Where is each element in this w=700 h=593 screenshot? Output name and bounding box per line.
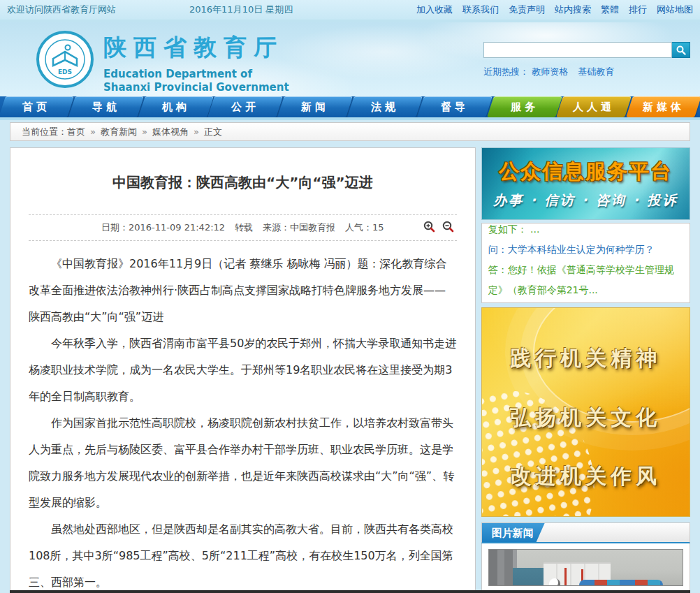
nav-tab-organization[interactable]: 机构 [138,96,214,117]
breadcrumb: 当前位置： 首页 » 教育新闻 » 媒体视角 » 正文 [10,122,690,141]
welcome-text: 欢迎访问陕西省教育厅网站 [7,3,116,16]
logo-seal-icon: EDS [36,31,94,88]
hot-term-teacher-cert[interactable]: 教师资格 [532,66,568,77]
qa-ticker-panel: 复如下： ... 问：大学本科结业生认定为何种学历？ 答：您好！依据《普通高等学… [481,223,690,303]
photo-news-header: 图片新闻 [481,522,690,543]
article-body: 《中国教育报》2016年11月9日（记者 蔡继乐 杨咏梅 冯丽）题：深化教育综合… [29,251,457,592]
nav-tab-services[interactable]: 服务 [487,96,562,117]
nav-tab-supervision[interactable]: 督导 [417,96,493,117]
breadcrumb-home[interactable]: 首页 [67,126,85,138]
nav-tab-navigation[interactable]: 导航 [68,96,144,117]
public-info-service-banner[interactable]: 公众信息服务平台 办事 · 信访 · 咨询 · 投诉 [481,147,690,220]
breadcrumb-current: 正文 [204,126,222,138]
site-header: EDS 陕西省教育厅 Education Department of Shaan… [0,22,700,96]
article-paragraph: 今年秋季入学，陕西省渭南市富平县50岁的农民于郑州，怀揣大学录取通知书走进杨凌职… [29,330,457,410]
link-ranking[interactable]: 排行 [629,3,647,16]
nav-tab-regulations[interactable]: 法规 [347,96,423,117]
photo-soccer-ball [549,578,560,586]
link-contact-us[interactable]: 联系我们 [462,3,499,16]
department-seal-logo: EDS [36,31,94,88]
nav-tab-renrentong[interactable]: 人人通 [557,96,632,117]
article-paragraph: 《中国教育报》2016年11月9日（记者 蔡继乐 杨咏梅 冯丽）题：深化教育综合… [29,251,457,330]
utility-links: 加入收藏 联系我们 免责声明 站内搜索 繁體 排行 网站地图 [416,3,693,16]
article-source: 中国教育报 [290,222,335,233]
nav-tab-new-media[interactable]: 新媒体 [626,96,700,117]
photo-teal-building [513,568,544,586]
nav-tab-disclosure[interactable]: 公开 [208,96,284,117]
banner-line: 弘扬机关文化 [482,404,690,432]
current-date: 2016年11月10日 星期四 [189,3,293,16]
hot-term-basic-education[interactable]: 基础教育 [578,66,614,77]
nav-underline-strip [0,117,700,120]
breadcrumb-media-view[interactable]: 媒体视角 [152,126,189,138]
search-box [483,42,690,58]
search-button[interactable] [672,42,690,58]
photo-news-body [481,543,690,592]
link-traditional-chinese[interactable]: 繁體 [601,3,619,16]
link-disclaimer[interactable]: 免责声明 [509,3,545,16]
banner-line: 践行机关精神 [482,344,690,373]
breadcrumb-prefix: 当前位置： [22,126,67,138]
nav-tab-news[interactable]: 新闻 [277,96,353,117]
zoom-out-icon[interactable] [442,221,454,233]
nav-tab-home[interactable]: 首页 [0,96,74,117]
svg-text:EDS: EDS [58,68,72,75]
zoom-in-icon[interactable] [423,221,435,233]
link-site-search[interactable]: 站内搜索 [555,3,591,16]
photo-news-tab[interactable]: 图片新闻 [482,523,545,542]
site-title-en: Education Department of Shaanxi Provinci… [103,68,289,94]
main-content: 中国教育报：陕西高教由“大”向“强”迈进 日期：2016-11-09 21:42… [10,147,690,592]
search-input[interactable] [483,42,672,58]
article-title: 中国教育报：陕西高教由“大”向“强”迈进 [29,173,457,192]
banner-line: 改进机关作风 [482,462,690,491]
top-utility-bar: 欢迎访问陕西省教育厅网站 2016年11月10日 星期四 加入收藏 联系我们 免… [0,0,700,20]
article-meta: 日期：2016-11-09 21:42:12转载来源：中国教育报人气：15 [29,214,457,241]
qa-item[interactable]: 问：大学本科结业生认定为何种学历？ [488,240,683,260]
hot-search-label: 近期热搜： [483,66,529,77]
search-icon [676,45,686,55]
main-navigation: 首页 导航 机构 公开 新闻 法规 督导 服务 人人通 新媒体 [0,96,700,117]
photo-news-image[interactable] [488,549,683,586]
banner-title: 公众信息服务平台 [499,158,672,186]
font-zoom-controls [423,221,454,233]
article-views: 15 [372,222,384,233]
hot-search-row: 近期热搜： 教师资格 基础教育 [483,66,690,78]
agency-spirit-banner[interactable]: 践行机关精神 弘扬机关文化 改进机关作风 [481,307,690,517]
photo-color-arches [579,580,663,586]
link-sitemap[interactable]: 网站地图 [657,3,693,16]
bottom-edge-band [10,590,690,593]
article-date: 2016-11-09 21:42:12 [129,222,225,233]
article-panel: 中国教育报：陕西高教由“大”向“强”迈进 日期：2016-11-09 21:42… [10,147,476,592]
article-paragraph: 虽然地处西部地区，但是陕西却是名副其实的高教大省。目前，陕西共有各类高校108所… [29,516,457,592]
photo-news-section: 图片新闻 [481,522,690,592]
qa-item[interactable]: 答：您好！依据《普通高等学校学生管理规定》（教育部令第21号... [488,260,683,300]
breadcrumb-education-news[interactable]: 教育新闻 [101,126,137,138]
banner-subtitle: 办事 · 信访 · 咨询 · 投诉 [493,191,678,210]
article-repost-flag: 转载 [235,222,253,233]
sidebar: 公众信息服务平台 办事 · 信访 · 咨询 · 投诉 复如下： ... 问：大学… [481,147,690,592]
article-paragraph: 作为国家首批示范性高职院校，杨凌职院创新农村扶贫工作，以培养农村致富带头人为重点… [29,410,457,516]
site-title-cn: 陕西省教育厅 [103,32,289,64]
link-add-favorite[interactable]: 加入收藏 [416,3,453,16]
site-brand: 陕西省教育厅 Education Department of Shaanxi P… [103,32,289,94]
qa-item[interactable]: 问：西安欧亚学院招生宣传误导考生 [488,300,683,303]
qa-item[interactable]: 复如下： ... [488,223,683,240]
